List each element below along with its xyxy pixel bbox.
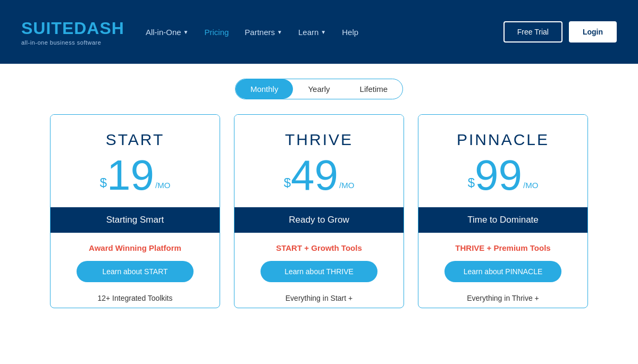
price-dollar-start: $ xyxy=(100,176,107,189)
price-period-pinnacle: /MO xyxy=(523,181,538,189)
price-amount-start: 19 xyxy=(107,154,154,197)
logo-subtitle: all-in-one business software xyxy=(21,39,101,46)
nav-item-partners[interactable]: Partners ▼ xyxy=(245,28,282,37)
feature-title-thrive: START + Growth Tools xyxy=(245,243,393,252)
toggle-monthly[interactable]: Monthly xyxy=(236,79,293,99)
footer-text-start: 12+ Integrated Toolkits xyxy=(61,294,209,302)
navbar-right: Free Trial Login xyxy=(503,21,617,43)
pricing-cards: START $ 19 /MO Starting Smart Award Winn… xyxy=(21,114,617,308)
card-body-thrive: START + Growth Tools Learn about THRIVE … xyxy=(234,233,404,308)
plan-name-start: START xyxy=(61,131,209,149)
price-amount-pinnacle: 99 xyxy=(475,154,522,197)
card-subtitle-start: Starting Smart xyxy=(51,207,220,233)
nav-item-allinone[interactable]: All-in-One ▼ xyxy=(146,28,189,37)
learn-button-pinnacle[interactable]: Learn about PINNACLE xyxy=(444,261,561,282)
learn-button-thrive[interactable]: Learn about THRIVE xyxy=(261,261,377,282)
navbar-left: SUITEDASH all-in-one business software A… xyxy=(21,19,358,46)
logo-text: SUITEDASH xyxy=(21,19,124,38)
feature-title-pinnacle: THRIVE + Premium Tools xyxy=(429,243,577,252)
card-body-pinnacle: THRIVE + Premium Tools Learn about PINNA… xyxy=(418,233,587,308)
feature-title-start: Award Winning Platform xyxy=(61,243,209,252)
card-subtitle-thrive: Ready to Grow xyxy=(234,207,404,233)
plan-card-thrive: THRIVE $ 49 /MO Ready to Grow START + Gr… xyxy=(234,114,404,308)
nav-item-pricing[interactable]: Pricing xyxy=(205,28,229,37)
price-row-thrive: $ 49 /MO xyxy=(245,154,393,197)
nav-item-help[interactable]: Help xyxy=(342,28,358,37)
toggle-yearly[interactable]: Yearly xyxy=(293,79,345,99)
login-button[interactable]: Login xyxy=(569,21,617,43)
logo-suite: SUITE xyxy=(21,19,74,38)
free-trial-button[interactable]: Free Trial xyxy=(503,21,563,43)
billing-toggle-group: Monthly Yearly Lifetime xyxy=(235,79,403,99)
plan-name-pinnacle: PINNACLE xyxy=(429,131,577,149)
price-row-start: $ 19 /MO xyxy=(61,154,209,197)
toggle-lifetime[interactable]: Lifetime xyxy=(345,79,403,99)
learn-button-start[interactable]: Learn about START xyxy=(77,261,194,282)
price-amount-thrive: 49 xyxy=(291,154,338,197)
card-top-start: START $ 19 /MO xyxy=(51,115,220,207)
card-top-thrive: THRIVE $ 49 /MO xyxy=(234,115,404,207)
chevron-down-icon: ▼ xyxy=(183,29,189,35)
logo-ash: ASH xyxy=(87,19,124,38)
chevron-down-icon: ▼ xyxy=(277,29,282,35)
plan-name-thrive: THRIVE xyxy=(245,131,393,149)
price-period-start: /MO xyxy=(155,181,170,189)
nav-item-learn[interactable]: Learn ▼ xyxy=(298,28,326,37)
logo: SUITEDASH all-in-one business software xyxy=(21,19,124,46)
card-body-start: Award Winning Platform Learn about START… xyxy=(51,233,220,308)
card-subtitle-pinnacle: Time to Dominate xyxy=(418,207,587,233)
plan-card-start: START $ 19 /MO Starting Smart Award Winn… xyxy=(50,114,220,308)
navbar: SUITEDASH all-in-one business software A… xyxy=(0,0,638,64)
billing-toggle: Monthly Yearly Lifetime xyxy=(21,79,617,99)
nav-items: All-in-One ▼ Pricing Partners ▼ Learn ▼ … xyxy=(146,28,358,37)
footer-text-pinnacle: Everything in Thrive + xyxy=(429,294,577,302)
main-content: Monthly Yearly Lifetime START $ 19 /MO S… xyxy=(0,64,638,364)
logo-dot: D xyxy=(74,19,87,38)
chevron-down-icon: ▼ xyxy=(321,29,326,35)
price-period-thrive: /MO xyxy=(339,181,354,189)
price-row-pinnacle: $ 99 /MO xyxy=(429,154,577,197)
price-dollar-pinnacle: $ xyxy=(468,176,475,189)
card-top-pinnacle: PINNACLE $ 99 /MO xyxy=(418,115,587,207)
plan-card-pinnacle: PINNACLE $ 99 /MO Time to Dominate THRIV… xyxy=(418,114,588,308)
footer-text-thrive: Everything in Start + xyxy=(245,294,393,302)
price-dollar-thrive: $ xyxy=(284,176,291,189)
